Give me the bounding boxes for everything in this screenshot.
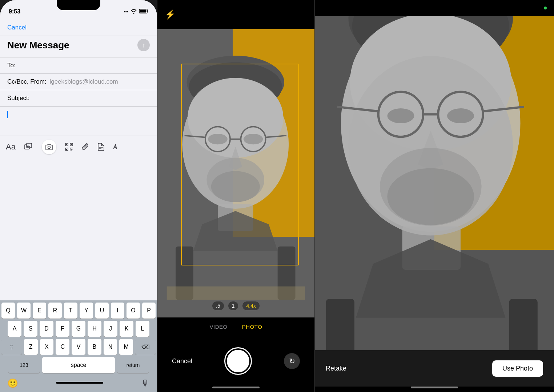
key-delete[interactable]: ⌫ <box>135 339 156 355</box>
status-time: 9:53 <box>9 8 20 15</box>
preview-status-bar <box>315 0 554 16</box>
key-i[interactable]: I <box>111 303 124 319</box>
flip-camera-button[interactable]: ↻ <box>284 353 300 369</box>
key-b[interactable]: B <box>88 339 101 355</box>
key-y[interactable]: Y <box>80 303 93 319</box>
shutter-button[interactable] <box>224 347 252 375</box>
key-m[interactable]: M <box>119 339 133 355</box>
send-button[interactable]: ↑ <box>137 39 150 51</box>
key-123[interactable]: 123 <box>8 357 40 373</box>
zoom-controls: .5 1 4.4x <box>212 301 260 310</box>
photo-preview-panel: Retake Use Photo <box>315 0 554 392</box>
dictation-button[interactable]: 🎙 <box>141 378 150 388</box>
text-cursor <box>7 111 8 118</box>
key-g[interactable]: G <box>72 321 85 337</box>
key-j[interactable]: J <box>104 321 117 337</box>
key-n[interactable]: N <box>104 339 117 355</box>
cancel-button[interactable]: Cancel <box>7 23 150 36</box>
emoji-button[interactable]: 🙂 <box>7 378 18 388</box>
key-r[interactable]: R <box>48 303 62 319</box>
ccbcc-field[interactable]: Cc/Bcc, From: igeeksblogs@icloud.com <box>0 74 157 90</box>
to-field[interactable]: To: <box>0 57 157 74</box>
preview-viewfinder <box>315 16 554 350</box>
shutter-inner <box>227 350 249 372</box>
flip-icon: ↻ <box>289 357 295 365</box>
zoom-0-5-button[interactable]: .5 <box>212 301 224 310</box>
svg-rect-4 <box>27 143 32 148</box>
green-indicator-dot <box>544 7 547 9</box>
svg-point-45 <box>387 108 414 123</box>
key-h[interactable]: H <box>88 321 101 337</box>
to-label: To: <box>7 62 16 69</box>
zoom-4-4-button[interactable]: 4.4x <box>243 301 260 310</box>
flash-icon[interactable]: ⚡ <box>165 9 176 20</box>
send-arrow-icon: ↑ <box>142 42 145 48</box>
camera-top-bar: ⚡ <box>157 0 314 29</box>
photo-library-button[interactable] <box>24 143 33 151</box>
key-t[interactable]: T <box>64 303 77 319</box>
camera-viewfinder: .5 1 4.4x <box>157 29 314 317</box>
key-return[interactable]: return <box>117 357 149 373</box>
compose-header: Cancel <box>0 18 157 36</box>
key-f[interactable]: F <box>56 321 69 337</box>
key-k[interactable]: K <box>120 321 133 337</box>
keyboard-bottom-bar: 🙂 🎙 <box>0 375 157 392</box>
svg-rect-10 <box>66 144 67 145</box>
key-space[interactable]: space <box>42 357 115 373</box>
message-body[interactable] <box>0 107 157 136</box>
camera-mode-bar: VIDEO PHOTO <box>157 317 314 336</box>
key-w[interactable]: W <box>17 303 31 319</box>
scan-button[interactable] <box>65 143 73 151</box>
key-o[interactable]: O <box>127 303 140 319</box>
file-button[interactable] <box>98 143 104 151</box>
preview-bottom-controls: Retake Use Photo <box>315 350 554 387</box>
key-l[interactable]: L <box>136 321 149 337</box>
subject-field[interactable]: Subject: <box>0 90 157 107</box>
svg-point-5 <box>27 145 28 146</box>
attach-button[interactable] <box>82 143 89 151</box>
key-a[interactable]: A <box>8 321 21 337</box>
key-p[interactable]: P <box>142 303 156 319</box>
svg-rect-35 <box>167 287 305 300</box>
svg-rect-11 <box>71 144 72 145</box>
retake-button[interactable]: Retake <box>326 365 346 372</box>
wifi-icon <box>131 9 137 15</box>
compose-title: New Message <box>7 40 69 51</box>
key-u[interactable]: U <box>95 303 109 319</box>
video-mode-button[interactable]: VIDEO <box>210 324 228 330</box>
keyboard-row-bottom: 123 space return <box>0 355 157 375</box>
key-e[interactable]: E <box>33 303 46 319</box>
svg-rect-1 <box>148 10 149 12</box>
camera-panel: ⚡ <box>157 0 314 392</box>
preview-home-indicator <box>411 387 458 388</box>
keyboard-row-1: Q W E R T Y U I O P <box>0 300 157 319</box>
camera-cancel-button[interactable]: Cancel <box>172 357 192 365</box>
svg-point-6 <box>48 146 50 149</box>
signal-icon: ▪▪▪ <box>124 9 128 14</box>
keyboard-row-3: ⇧ Z X C V B N M ⌫ <box>0 337 157 355</box>
svg-rect-12 <box>66 149 67 150</box>
preview-portrait-artwork <box>315 16 554 350</box>
camera-home-indicator <box>212 387 260 388</box>
key-q[interactable]: Q <box>1 303 15 319</box>
use-photo-button[interactable]: Use Photo <box>492 360 543 377</box>
key-shift[interactable]: ⇧ <box>1 339 22 355</box>
zoom-1-button[interactable]: 1 <box>228 301 238 310</box>
key-z[interactable]: Z <box>24 339 38 355</box>
svg-point-51 <box>387 168 474 225</box>
from-email: igeeksblogs@icloud.com <box>49 78 118 85</box>
key-v[interactable]: V <box>72 339 85 355</box>
camera-button[interactable] <box>42 140 56 154</box>
key-s[interactable]: S <box>24 321 37 337</box>
keyboard-row-2: A S D F G H J K L <box>0 319 157 337</box>
key-x[interactable]: X <box>40 339 54 355</box>
subject-label: Subject: <box>7 95 29 101</box>
svg-rect-54 <box>509 299 538 350</box>
markup-button[interactable]: A <box>113 143 117 151</box>
keyboard: Q W E R T Y U I O P A S D F G H J K <box>0 300 157 392</box>
key-d[interactable]: D <box>40 321 53 337</box>
battery-icon <box>139 9 148 15</box>
key-c[interactable]: C <box>56 339 69 355</box>
photo-mode-button[interactable]: PHOTO <box>242 324 262 330</box>
font-button[interactable]: Aa <box>6 142 16 152</box>
